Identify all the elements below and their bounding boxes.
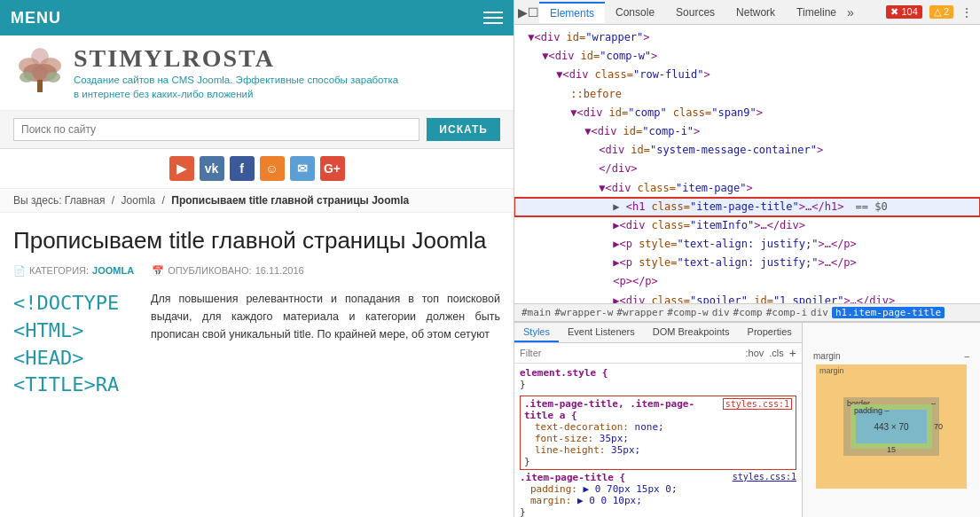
meta-cat-label: КАТЕГОРИЯ: bbox=[29, 265, 89, 276]
social-icon-gplus[interactable]: G+ bbox=[320, 156, 345, 181]
hamburger-icon[interactable] bbox=[483, 12, 503, 24]
logo-text-block: STIMYLROSTA Создание сайтов на CMS Jooml… bbox=[74, 44, 398, 101]
social-icon-rss[interactable]: ▶ bbox=[169, 156, 194, 181]
breadcrumb-cat[interactable]: Joomla bbox=[122, 194, 156, 207]
code-block: <!DOCTYPE <HTML> <HEAD> <TITLE>RA bbox=[13, 290, 137, 399]
dom-line[interactable]: ::before bbox=[514, 85, 980, 104]
social-icon-fb[interactable]: f bbox=[230, 156, 255, 181]
devtools-right-controls: ✖ 104 △ 2 ⋮ bbox=[886, 5, 976, 20]
filter-cls[interactable]: .cls bbox=[769, 348, 784, 358]
article-meta: 📄 КАТЕГОРИЯ: JOOMLA 📅 ОПУБЛИКОВАНО: 16.1… bbox=[13, 265, 500, 277]
filter-add[interactable]: + bbox=[789, 346, 796, 360]
social-icon-vk[interactable]: vk bbox=[200, 156, 224, 181]
tab-styles[interactable]: Styles bbox=[514, 323, 559, 342]
search-button[interactable]: ИСКАТЬ bbox=[427, 118, 500, 141]
bc-comp-w[interactable]: #comp-w bbox=[667, 307, 708, 318]
dom-line[interactable]: ▼<div id="comp-w"> bbox=[514, 47, 980, 66]
dom-line[interactable]: ▼<div class="row-fluid"> bbox=[514, 66, 980, 84]
logo-area: STIMYLROSTA Создание сайтов на CMS Jooml… bbox=[0, 35, 514, 111]
padding-right-val: 70 bbox=[934, 422, 943, 431]
menu-label: MENU bbox=[11, 9, 61, 27]
code-line-3: <HEAD> bbox=[13, 345, 137, 372]
tab-dom-breakpoints[interactable]: DOM Breakpoints bbox=[644, 323, 739, 342]
meta-date-icon: 📅 bbox=[152, 265, 164, 277]
bc-div2[interactable]: div bbox=[811, 307, 828, 318]
styles-tabs: Styles Event Listeners DOM Breakpoints P… bbox=[514, 323, 802, 343]
styles-panel: Styles Event Listeners DOM Breakpoints P… bbox=[514, 323, 803, 517]
margin-label: margin bbox=[819, 366, 844, 375]
breadcrumb-home[interactable]: Главная bbox=[65, 194, 106, 207]
dom-line[interactable]: ▶<p style="text-align: justify;">…</p> bbox=[514, 235, 980, 254]
logo-image bbox=[13, 46, 74, 99]
meta-date-value: 16.11.2016 bbox=[255, 265, 304, 276]
bc-comp[interactable]: #comp bbox=[733, 307, 763, 318]
style-prop: margin: ▶ 0 0 10px; bbox=[520, 495, 796, 506]
error-badge: ✖ 104 bbox=[886, 5, 921, 19]
breadcrumb: Вы здесь: Главная / Joomla / Прописываем… bbox=[0, 189, 514, 213]
dom-line-selected[interactable]: ▶ <h1 class="item-page-title">…</h1> == … bbox=[514, 198, 980, 216]
dom-line[interactable]: <div id="system-message-container"> bbox=[514, 141, 980, 160]
filter-hov[interactable]: :hov bbox=[746, 348, 764, 358]
meta-date: 📅 ОПУБЛИКОВАНО: 16.11.2016 bbox=[152, 265, 304, 277]
dom-line[interactable]: <p></p> bbox=[514, 272, 980, 291]
content-size: 443 × 70 bbox=[874, 422, 908, 432]
bc-wrapper[interactable]: #wrapper bbox=[616, 307, 663, 318]
dom-line[interactable]: ▼<div class="item-page"> bbox=[514, 179, 980, 198]
box-model-dash: – bbox=[964, 351, 969, 361]
tab-event-listeners[interactable]: Event Listeners bbox=[559, 323, 644, 342]
article-title: Прописываем title главной страницы Jooml… bbox=[13, 226, 500, 256]
box-model-label: margin bbox=[813, 351, 841, 361]
style-source-link-2[interactable]: styles.css:1 bbox=[733, 472, 796, 483]
style-prop: font-size: 35px; bbox=[524, 433, 792, 444]
styles-filter-input[interactable] bbox=[520, 348, 741, 358]
bc-div[interactable]: div bbox=[712, 307, 730, 318]
hamburger-line bbox=[483, 17, 503, 19]
dom-line[interactable]: ▶<p style="text-align: justify;">…</p> bbox=[514, 254, 980, 272]
devtools-cursor-icon[interactable]: ▶ bbox=[518, 5, 528, 20]
style-rule-item-page-title-2: .item-page-title { styles.css:1 padding:… bbox=[520, 472, 796, 517]
eq-sign: == $0 bbox=[856, 200, 888, 213]
devtools-inspect-icon[interactable]: ☐ bbox=[528, 5, 539, 20]
style-prop: line-height: 35px; bbox=[524, 444, 792, 456]
devtools-tabs: ▶ ☐ Elements Console Sources Network Tim… bbox=[514, 0, 980, 25]
padding-bottom: 15 bbox=[887, 445, 896, 454]
article-body: <!DOCTYPE <HTML> <HEAD> <TITLE>RA Для по… bbox=[13, 290, 500, 399]
devtools-menu-icon[interactable]: ⋮ bbox=[960, 5, 973, 20]
article-area: Прописываем title главной страницы Jooml… bbox=[0, 213, 514, 517]
bc-active[interactable]: h1.item-page-title bbox=[832, 307, 945, 318]
style-source-link[interactable]: styles.css:1 bbox=[723, 398, 792, 410]
dom-line[interactable]: ▼<div id="wrapper"> bbox=[514, 28, 980, 47]
tab-sources[interactable]: Sources bbox=[665, 3, 725, 22]
tab-console[interactable]: Console bbox=[605, 3, 665, 22]
bc-wrapper-w[interactable]: #wrapper-w bbox=[554, 307, 613, 318]
bc-main[interactable]: #main bbox=[521, 307, 551, 318]
dom-line[interactable]: ▼<div id="comp-i"> bbox=[514, 122, 980, 141]
meta-cat-link[interactable]: JOOMLA bbox=[92, 265, 134, 276]
meta-date-label: ОПУБЛИКОВАНО: bbox=[168, 265, 252, 276]
meta-category: 📄 КАТЕГОРИЯ: JOOMLA bbox=[13, 265, 134, 277]
svg-point-6 bbox=[20, 72, 34, 82]
search-input[interactable] bbox=[13, 118, 419, 141]
tab-elements[interactable]: Elements bbox=[539, 2, 605, 23]
social-bar: ▶ vk f ☺ ✉ G+ bbox=[0, 149, 514, 189]
social-icon-mail[interactable]: ✉ bbox=[290, 156, 315, 181]
padding-label: padding – bbox=[854, 406, 890, 415]
logo-subtitle-line2: в интернете без каких-либо вложений bbox=[74, 87, 398, 101]
tab-network[interactable]: Network bbox=[725, 3, 786, 22]
dom-line[interactable]: ▼<div id="comp" class="span9"> bbox=[514, 104, 980, 122]
social-icon-ok[interactable]: ☺ bbox=[260, 156, 285, 181]
dom-line[interactable]: ▶<div class="spoiler" id="1_spoiler">…</… bbox=[514, 292, 980, 303]
bc-comp-i[interactable]: #comp-i bbox=[766, 307, 807, 318]
dom-line[interactable]: ▶<div class="itemInfo">…</div> bbox=[514, 216, 980, 235]
more-tabs-icon[interactable]: » bbox=[847, 5, 854, 20]
breadcrumb-sep1: / bbox=[112, 194, 114, 207]
box-margin: margin border – padding – 443 × 70 70 15 bbox=[816, 364, 967, 489]
tab-properties[interactable]: Properties bbox=[739, 323, 801, 342]
code-line-2: <HTML> bbox=[13, 317, 137, 345]
dom-line[interactable]: </div> bbox=[514, 160, 980, 178]
svg-point-7 bbox=[46, 72, 60, 82]
meta-cat-icon: 📄 bbox=[13, 265, 26, 277]
tab-timeline[interactable]: Timeline bbox=[786, 3, 847, 22]
svg-rect-5 bbox=[37, 80, 43, 92]
breadcrumb-current: Прописываем title главной страницы Jooml… bbox=[171, 194, 409, 207]
